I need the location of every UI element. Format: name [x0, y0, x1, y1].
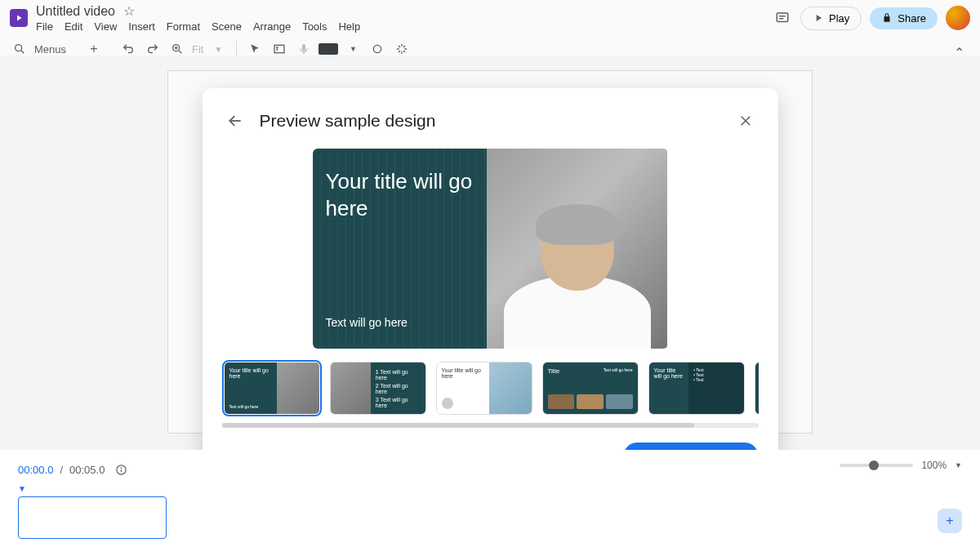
- preview-design-modal: Preview sample design Your title will go…: [203, 88, 778, 486]
- svg-point-20: [121, 467, 122, 468]
- preview-title: Your title will go here: [326, 168, 474, 221]
- thumbnail-2[interactable]: 1 Text will go here 2 Text will go here …: [330, 362, 426, 415]
- zoom-slider[interactable]: [840, 464, 913, 467]
- thumb-sub: Text will go here: [229, 404, 272, 409]
- thumb-title: Your title will go here: [229, 367, 272, 379]
- info-icon[interactable]: [111, 460, 131, 479]
- thumb-title: Your title will go here: [442, 367, 484, 379]
- thumbnail-1[interactable]: Your title will go hereText will go here: [224, 362, 320, 415]
- add-scene-button[interactable]: +: [938, 509, 962, 533]
- thumb-line: 2 Text will go here: [376, 383, 421, 394]
- preview-image: [487, 149, 668, 349]
- arrow-left-icon: [227, 113, 243, 129]
- close-icon: [738, 113, 753, 128]
- time-separator: /: [60, 464, 63, 476]
- time-total: 00:05.0: [69, 464, 105, 476]
- thumb-sub: Text will go here: [604, 367, 633, 375]
- thumbnail-strip: Your title will go hereText will go here…: [222, 360, 759, 416]
- chevron-down-icon[interactable]: ▼: [955, 461, 962, 469]
- timeline-clip[interactable]: [18, 496, 167, 539]
- thumbnail-6[interactable]: A longer titlego here: [755, 362, 759, 415]
- time-current: 00:00.0: [18, 464, 53, 476]
- preview-subtitle: Text will go here: [326, 316, 474, 329]
- zoom-level[interactable]: 100%: [921, 460, 947, 471]
- modal-title: Preview sample design: [260, 111, 721, 131]
- thumb-line: 3 Text will go here: [376, 397, 421, 408]
- thumbnail-5[interactable]: Your title will go here • Text • Text • …: [648, 362, 745, 415]
- back-button[interactable]: [222, 108, 248, 134]
- thumbnail-4[interactable]: TitleText will go here: [542, 362, 639, 415]
- playhead-marker[interactable]: ▼: [18, 484, 962, 493]
- thumb-title: Your title will go here: [654, 367, 684, 379]
- thumb-bullets: • Text • Text • Text: [693, 367, 738, 382]
- thumb-line: 1 Text will go here: [376, 369, 421, 380]
- close-button[interactable]: [733, 108, 759, 134]
- thumbnail-3[interactable]: Your title will go here: [436, 362, 532, 415]
- thumb-title: Title: [548, 367, 560, 375]
- thumbnail-scrollbar[interactable]: [222, 423, 759, 428]
- timeline-panel: 00:00.0 / 00:05.0 100% ▼ ▼ +: [0, 450, 980, 556]
- design-preview: Your title will go here Text will go her…: [313, 149, 668, 349]
